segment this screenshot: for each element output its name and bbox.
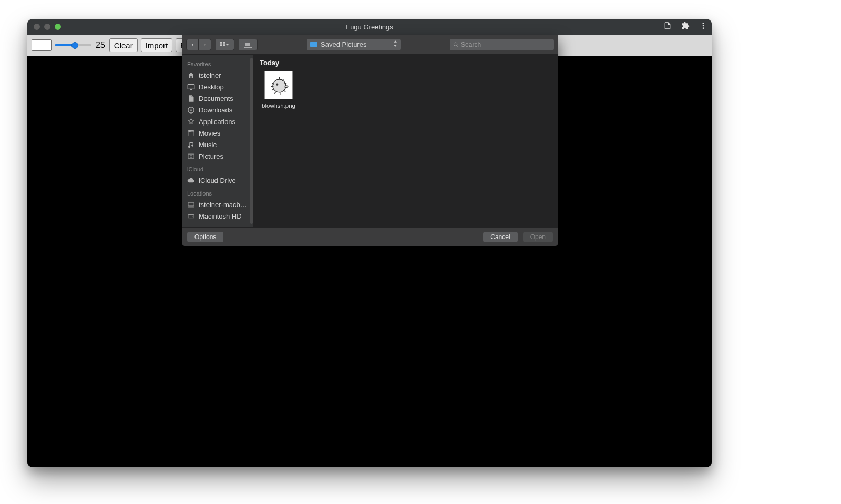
view-mode-button[interactable] — [216, 39, 234, 50]
search-input[interactable] — [461, 41, 551, 48]
dialog-footer: Options Cancel Open — [182, 227, 558, 246]
svg-rect-12 — [188, 154, 194, 159]
file-thumbnail — [264, 71, 293, 99]
sidebar-header-favorites: Favorites — [187, 61, 251, 67]
svg-point-13 — [190, 155, 192, 157]
options-button[interactable]: Options — [187, 232, 223, 242]
svg-rect-9 — [190, 89, 192, 89]
traffic-lights — [27, 24, 61, 30]
svg-point-1 — [703, 25, 704, 27]
group-by-button[interactable] — [239, 39, 258, 50]
dialog-toolbar: Saved Pictures — [182, 35, 558, 55]
window-title: Fugu Greetings — [346, 23, 393, 31]
sidebar-header-icloud: iCloud — [187, 166, 251, 172]
sidebar-scrollbar[interactable] — [250, 58, 253, 224]
svg-point-16 — [193, 215, 193, 216]
sidebar-item-icloud-drive[interactable]: iCloud Drive — [186, 174, 251, 186]
sidebar-item-desktop[interactable]: Desktop — [186, 81, 251, 92]
sidebar-item-home[interactable]: tsteiner — [186, 69, 251, 81]
svg-point-18 — [276, 84, 278, 86]
file-name: blowfish.png — [262, 102, 295, 109]
minimize-window-button[interactable] — [44, 24, 50, 30]
path-dropdown[interactable]: Saved Pictures — [307, 39, 401, 50]
import-button[interactable]: Import — [141, 38, 173, 52]
chevron-updown-icon — [393, 40, 397, 48]
file-item[interactable]: blowfish.png — [260, 71, 298, 109]
sidebar-item-macintosh-hd[interactable]: Macintosh HD — [186, 210, 251, 222]
svg-rect-8 — [188, 84, 194, 89]
sidebar-item-pictures[interactable]: Pictures — [186, 150, 251, 162]
new-document-icon[interactable] — [663, 22, 672, 32]
zoom-window-button[interactable] — [55, 24, 61, 30]
cancel-button[interactable]: Cancel — [483, 232, 517, 242]
brush-size-value: 25 — [96, 40, 105, 50]
color-input[interactable] — [32, 39, 52, 51]
svg-rect-7 — [244, 42, 252, 48]
svg-rect-5 — [220, 44, 222, 46]
sidebar-item-applications[interactable]: Applications — [186, 116, 251, 127]
sidebar-item-documents[interactable]: Documents — [186, 92, 251, 104]
menu-icon[interactable] — [699, 22, 707, 32]
dialog-sidebar: Favorites tsteiner Desktop Documents Dow… — [182, 55, 253, 227]
svg-rect-3 — [220, 42, 222, 44]
svg-rect-4 — [223, 42, 225, 44]
nav-forward-button[interactable] — [199, 39, 211, 50]
sidebar-header-locations: Locations — [187, 190, 251, 197]
sidebar-item-movies[interactable]: Movies — [186, 127, 251, 139]
svg-rect-6 — [223, 44, 225, 46]
titlebar: Fugu Greetings — [27, 19, 712, 35]
brush-size-slider[interactable] — [55, 40, 91, 50]
sidebar-item-downloads[interactable]: Downloads — [186, 104, 251, 116]
open-button[interactable]: Open — [523, 232, 553, 242]
search-field[interactable] — [450, 39, 554, 50]
svg-point-2 — [703, 27, 704, 29]
search-icon — [453, 42, 459, 48]
close-window-button[interactable] — [34, 24, 40, 30]
sidebar-item-music[interactable]: Music — [186, 139, 251, 150]
file-open-dialog: Saved Pictures Favorites tsteiner Deskto… — [182, 35, 558, 246]
clear-button[interactable]: Clear — [109, 38, 138, 52]
dialog-content: Today blowfish.png — [253, 55, 558, 227]
group-header: Today — [260, 59, 552, 67]
svg-rect-14 — [188, 202, 194, 206]
folder-icon — [310, 42, 317, 47]
nav-back-button[interactable] — [186, 39, 199, 50]
sidebar-item-computer[interactable]: tsteiner-macb… — [186, 199, 251, 210]
svg-point-0 — [703, 23, 704, 24]
extensions-icon[interactable] — [681, 22, 690, 32]
svg-rect-11 — [188, 130, 194, 136]
path-label: Saved Pictures — [321, 40, 366, 48]
